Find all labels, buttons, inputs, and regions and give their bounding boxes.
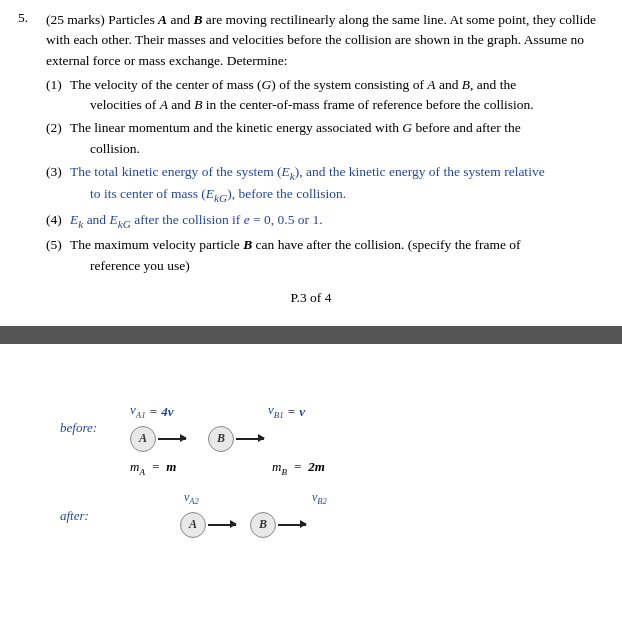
vel-b1-val: v: [299, 404, 305, 420]
after-diagram: vA2 vB2 A: [130, 490, 372, 539]
vel-b1-expr: vB1 = v: [268, 402, 358, 420]
mass-b-val: 2m: [308, 459, 325, 474]
particle-a-after: A: [180, 512, 206, 538]
vel-a1-expr: vA1 = 4v: [130, 402, 250, 420]
before-diagram: vA1 = 4v vB1 = v A: [130, 402, 358, 476]
vel-b1-eq: =: [288, 404, 295, 420]
sub-num-2: (2): [46, 118, 66, 159]
velocity-labels-before: vA1 = 4v vB1 = v: [130, 402, 358, 420]
vel-b1-sub: B1: [274, 410, 284, 420]
sub-text-2: The linear momentum and the kinetic ener…: [70, 118, 604, 159]
sub-item-2: (2) The linear momentum and the kinetic …: [46, 118, 604, 159]
vel-labels-after: vA2 vB2: [130, 490, 372, 506]
separator-gap: [0, 344, 622, 384]
mass-a-sub: A: [139, 466, 145, 476]
particle-b-before: B: [208, 426, 234, 452]
mass-b-sub: B: [281, 466, 287, 476]
problem-intro: (25 marks) Particles A and B are moving …: [46, 10, 604, 71]
mass-a-label: m: [130, 459, 139, 474]
vel-a2-sub: A2: [189, 497, 198, 507]
sub-num-4: (4): [46, 210, 66, 233]
after-label: after:: [60, 490, 130, 524]
before-row: before: vA1 = 4v vB1 =: [60, 402, 622, 476]
mass-a-val: m: [166, 459, 176, 474]
sub-item-3: (3) The total kinetic energy of the syst…: [46, 162, 604, 207]
vel-a2-label-block: vA2: [184, 490, 284, 506]
mass-a-eq: =: [151, 459, 160, 474]
sub-text-4: Ek and EkG after the collision if e = 0,…: [70, 210, 604, 233]
separator-bar: [0, 326, 622, 344]
mass-b-eq: =: [293, 459, 302, 474]
mass-row-before: mA = m mB = 2m: [130, 459, 358, 477]
vel-a1-val: 4v: [161, 404, 173, 420]
vel-a1-sub: A1: [136, 410, 146, 420]
sub-num-1: (1): [46, 75, 66, 116]
sub-item-4: (4) Ek and EkG after the collision if e …: [46, 210, 604, 233]
arrow-b-after: [278, 524, 306, 526]
problem-header: 5. (25 marks) Particles A and B are movi…: [18, 10, 604, 71]
arrow-a-after: [208, 524, 236, 526]
page-marker: P.3 of 4: [18, 290, 604, 306]
mass-a-expr: mA = m: [130, 459, 250, 477]
marks-label: (25 marks): [46, 12, 105, 27]
sub-items: (1) The velocity of the center of mass (…: [46, 75, 604, 276]
vel-a1-eq: =: [150, 404, 157, 420]
sub-text-3: The total kinetic energy of the system (…: [70, 162, 604, 207]
particle-row-before: A B: [130, 424, 358, 454]
sub-text-5: The maximum velocity particle B can have…: [70, 235, 604, 276]
sub-text-1: The velocity of the center of mass (G) o…: [70, 75, 604, 116]
sub-item-5: (5) The maximum velocity particle B can …: [46, 235, 604, 276]
mass-b-label: m: [272, 459, 281, 474]
sub-num-5: (5): [46, 235, 66, 276]
particle-b-after: B: [250, 512, 276, 538]
arrow-a-before: [158, 438, 186, 440]
vel-b2-sub: B2: [317, 497, 326, 507]
vel-b2-label-block: vB2: [312, 490, 372, 506]
sub-item-1: (1) The velocity of the center of mass (…: [46, 75, 604, 116]
sub-num-3: (3): [46, 162, 66, 207]
page-marker-text: P.3 of 4: [291, 290, 332, 305]
problem-number: 5.: [18, 10, 46, 71]
arrow-b-before: [236, 438, 264, 440]
page-content: 5. (25 marks) Particles A and B are movi…: [0, 0, 622, 326]
particle-a-before: A: [130, 426, 156, 452]
diagram-section: before: vA1 = 4v vB1 =: [0, 384, 622, 564]
particle-row-after: A B: [130, 510, 372, 540]
after-row: after: vA2 vB2: [60, 490, 622, 539]
before-label: before:: [60, 402, 130, 436]
mass-b-expr: mB = 2m: [272, 459, 325, 477]
